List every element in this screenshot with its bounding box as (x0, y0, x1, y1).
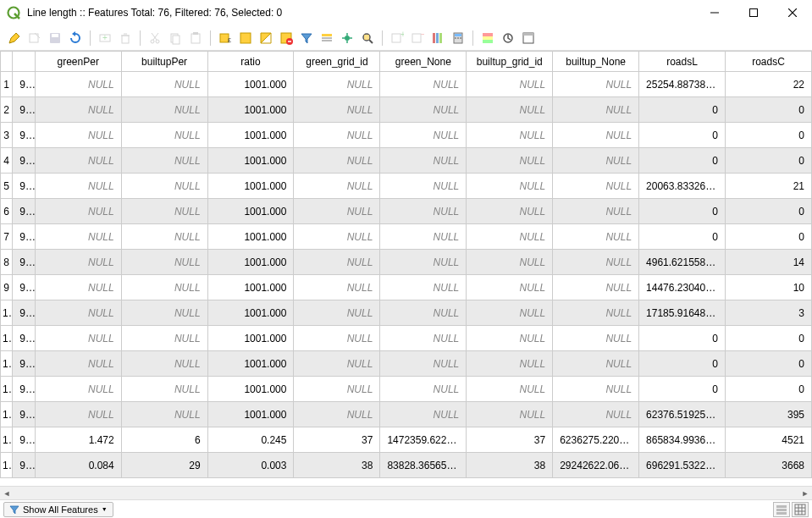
column-header[interactable]: green_grid_id (294, 52, 380, 72)
cell[interactable]: NULL (35, 275, 121, 300)
cell[interactable]: 20063.83326341... (639, 174, 726, 199)
cell[interactable]: 0 (639, 123, 726, 148)
cell[interactable]: 10 (726, 275, 812, 300)
cell[interactable]: NULL (121, 275, 207, 300)
cell[interactable]: NULL (294, 275, 380, 300)
cell[interactable]: NULL (467, 351, 553, 377)
cell[interactable]: NULL (35, 199, 121, 224)
move-selection-top-button[interactable] (318, 29, 336, 47)
cell[interactable]: NULL (121, 72, 207, 97)
new-field-button[interactable]: + (388, 29, 406, 47)
cell[interactable]: NULL (121, 148, 207, 174)
cell[interactable]: 1001.000 (207, 326, 294, 351)
select-all-button[interactable] (236, 29, 255, 47)
cell[interactable]: NULL (553, 174, 639, 199)
cell[interactable]: 395 (726, 402, 812, 427)
table-row[interactable]: 9953...NULLNULL1001.000NULLNULLNULLNULL1… (1, 275, 812, 300)
cell[interactable]: 0 (639, 326, 726, 351)
cell[interactable]: NULL (553, 250, 639, 275)
cell[interactable]: 1472359.622126... (380, 427, 467, 453)
cell[interactable]: NULL (294, 250, 380, 275)
cell[interactable]: 83828.36565011... (380, 453, 467, 478)
cell[interactable]: NULL (380, 402, 467, 427)
row-number[interactable]: 6 (1, 199, 13, 224)
table-row[interactable]: 6953...NULLNULL1001.000NULLNULLNULLNULL0… (1, 199, 812, 224)
cell[interactable]: NULL (553, 224, 639, 250)
cell[interactable]: 1001.000 (207, 377, 294, 402)
reload-button[interactable] (66, 29, 85, 47)
add-feature-button[interactable]: + (96, 29, 114, 47)
cell[interactable]: NULL (121, 123, 207, 148)
cell[interactable]: 29 (121, 453, 207, 478)
cell[interactable]: 0 (639, 377, 726, 402)
cell[interactable]: NULL (294, 224, 380, 250)
cell[interactable]: 3 (726, 300, 812, 326)
cell[interactable]: NULL (294, 326, 380, 351)
cell[interactable]: NULL (121, 250, 207, 275)
cell[interactable]: NULL (294, 402, 380, 427)
row-number[interactable]: 4 (1, 148, 13, 174)
cell[interactable]: 0 (639, 224, 726, 250)
cell[interactable]: 1001.000 (207, 199, 294, 224)
cell[interactable]: NULL (380, 199, 467, 224)
cell[interactable]: NULL (294, 123, 380, 148)
table-row[interactable]: 8953...NULLNULL1001.000NULLNULLNULLNULL4… (1, 250, 812, 275)
cell[interactable]: NULL (467, 174, 553, 199)
row-number[interactable]: 12 (1, 351, 13, 377)
cell[interactable]: 953... (13, 377, 35, 402)
cell[interactable]: 0 (639, 148, 726, 174)
cell[interactable]: 953... (13, 148, 35, 174)
cell[interactable]: 29242622.06633... (553, 453, 639, 478)
cell[interactable]: NULL (467, 224, 553, 250)
cut-button[interactable] (146, 29, 164, 47)
cell[interactable]: 4521 (726, 427, 812, 453)
cell[interactable]: NULL (121, 97, 207, 123)
save-edits-button[interactable] (46, 29, 64, 47)
table-row[interactable]: 14953...NULLNULL1001.000NULLNULLNULLNULL… (1, 402, 812, 427)
column-header[interactable]: ratio (207, 52, 294, 72)
cell[interactable]: 953... (13, 250, 35, 275)
cell[interactable]: 25254.88738550... (639, 72, 726, 97)
table-row[interactable]: 3953...NULLNULL1001.000NULLNULLNULLNULL0… (1, 123, 812, 148)
cell[interactable]: NULL (294, 199, 380, 224)
maximize-button[interactable] (734, 0, 773, 25)
table-view-button[interactable] (792, 502, 809, 517)
cell[interactable]: 1.472 (35, 427, 121, 453)
cell[interactable]: NULL (35, 174, 121, 199)
cell[interactable]: 0 (726, 377, 812, 402)
horizontal-scrollbar[interactable]: ◄ ► (0, 486, 812, 499)
cell[interactable]: NULL (467, 402, 553, 427)
column-header[interactable]: builtup_grid_id (467, 52, 553, 72)
cell[interactable]: NULL (35, 250, 121, 275)
cell[interactable]: NULL (553, 123, 639, 148)
filter-button[interactable] (297, 29, 316, 47)
cell[interactable]: NULL (294, 377, 380, 402)
scroll-track[interactable] (14, 487, 798, 500)
delete-field-button[interactable]: − (408, 29, 427, 47)
cell[interactable]: 1001.000 (207, 72, 294, 97)
row-number[interactable]: 8 (1, 250, 13, 275)
cell[interactable]: 953... (13, 453, 35, 478)
cell[interactable]: 1001.000 (207, 300, 294, 326)
cell[interactable]: NULL (467, 275, 553, 300)
invert-selection-button[interactable] (257, 29, 275, 47)
cell[interactable]: 14476.23040969... (639, 275, 726, 300)
table-row[interactable]: 16953...0.084290.0033883828.36565011...3… (1, 453, 812, 478)
cell[interactable]: 0 (639, 97, 726, 123)
table-row[interactable]: 10953...NULLNULL1001.000NULLNULLNULLNULL… (1, 300, 812, 326)
cell[interactable]: 4961.621558219... (639, 250, 726, 275)
cell[interactable]: NULL (380, 97, 467, 123)
cell[interactable]: NULL (553, 326, 639, 351)
row-number[interactable]: 2 (1, 97, 13, 123)
cell[interactable]: NULL (294, 97, 380, 123)
cell[interactable]: 14 (726, 250, 812, 275)
form-view-button[interactable] (773, 502, 790, 517)
cell[interactable]: NULL (467, 148, 553, 174)
cell[interactable]: 953... (13, 427, 35, 453)
cell[interactable]: NULL (553, 148, 639, 174)
copy-button[interactable] (166, 29, 185, 47)
cell[interactable]: 953... (13, 72, 35, 97)
cell[interactable]: 953... (13, 123, 35, 148)
cell[interactable]: NULL (380, 148, 467, 174)
table-row[interactable]: 1953...NULLNULL1001.000NULLNULLNULLNULL2… (1, 72, 812, 97)
